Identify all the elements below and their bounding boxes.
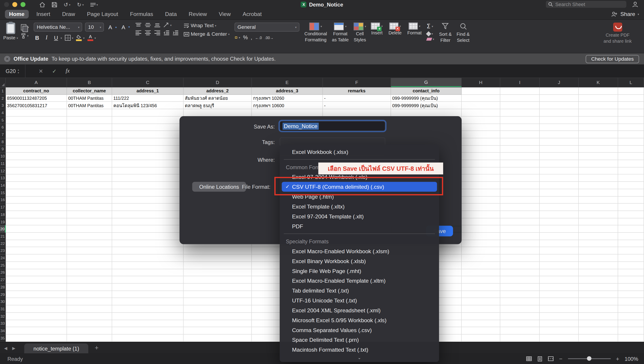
- cell-H18[interactable]: [462, 211, 500, 218]
- cell-B19[interactable]: [67, 218, 112, 225]
- cell-B30[interactable]: [67, 298, 112, 305]
- cell-H32[interactable]: [462, 312, 500, 320]
- cell-I2[interactable]: [500, 94, 540, 102]
- cell-I23[interactable]: [500, 247, 540, 254]
- cell-G2[interactable]: 099-9999999 (คุณเป้น): [391, 94, 462, 102]
- row-header-10[interactable]: 10: [0, 153, 6, 160]
- cell-D3[interactable]: ตลาดพลู ธนบุรี: [183, 102, 252, 109]
- cell-C3[interactable]: คอนโดลุมพินี 123/456: [112, 102, 184, 109]
- cell-I24[interactable]: [500, 254, 540, 262]
- cell-B2[interactable]: 00THAM Pantitas: [67, 94, 112, 102]
- cell-J9[interactable]: [540, 146, 579, 153]
- cell-H6[interactable]: [462, 124, 500, 131]
- row-header-19[interactable]: 19: [0, 218, 6, 225]
- cell-L9[interactable]: [618, 146, 644, 153]
- cell-B11[interactable]: [67, 160, 112, 167]
- cell-D33[interactable]: [183, 320, 252, 327]
- cell-L33[interactable]: [618, 320, 644, 327]
- cell-B6[interactable]: [67, 124, 112, 131]
- online-locations-button[interactable]: Online Locations: [192, 182, 246, 192]
- column-header-B[interactable]: B: [67, 78, 112, 87]
- cell-A27[interactable]: [6, 276, 67, 284]
- cell-C25[interactable]: [112, 262, 184, 269]
- cell-K27[interactable]: [579, 276, 618, 284]
- cell-L6[interactable]: [618, 124, 644, 131]
- cell-C13[interactable]: [112, 174, 184, 182]
- cell-B8[interactable]: [67, 138, 112, 146]
- cell-A2[interactable]: 8590001132487205: [6, 94, 67, 102]
- cell-L22[interactable]: [618, 240, 644, 247]
- zoom-in-icon[interactable]: +: [616, 356, 619, 362]
- cell-H1[interactable]: [462, 88, 500, 94]
- menu-item-excel-workbook-xlsx[interactable]: Excel Workbook (.xlsx): [280, 147, 439, 157]
- cell-I20[interactable]: [500, 225, 540, 232]
- cell-H10[interactable]: [462, 153, 500, 160]
- cell-C32[interactable]: [112, 312, 184, 320]
- cell-A6[interactable]: [6, 124, 67, 131]
- format-cells-button[interactable]: ▾ Format: [407, 22, 422, 36]
- cell-L34[interactable]: [618, 327, 644, 334]
- cell-F1[interactable]: remarks: [323, 88, 391, 94]
- cell-I32[interactable]: [500, 312, 540, 320]
- cell-J31[interactable]: [540, 305, 579, 312]
- cell-K18[interactable]: [579, 211, 618, 218]
- cell-B20[interactable]: [67, 225, 112, 232]
- cell-H2[interactable]: [462, 94, 500, 102]
- cell-L15[interactable]: [618, 189, 644, 196]
- cell-A7[interactable]: [6, 131, 67, 138]
- cell-H33[interactable]: [462, 320, 500, 327]
- cell-H4[interactable]: [462, 109, 500, 116]
- cell-K34[interactable]: [579, 327, 618, 334]
- cell-I8[interactable]: [500, 138, 540, 146]
- cell-L32[interactable]: [618, 312, 644, 320]
- sheet-tab-active[interactable]: notice_template (1): [25, 344, 88, 354]
- format-painter-button[interactable]: ▾: [21, 33, 29, 39]
- row-header-28[interactable]: 28: [0, 284, 6, 291]
- cell-A14[interactable]: [6, 182, 67, 189]
- row-header-21[interactable]: 21: [0, 233, 6, 240]
- cell-H23[interactable]: [462, 247, 500, 254]
- share-button[interactable]: Share ▾: [611, 11, 639, 17]
- row-header-25[interactable]: 25: [0, 262, 6, 269]
- cell-B17[interactable]: [67, 204, 112, 211]
- cell-I15[interactable]: [500, 189, 540, 196]
- cell-H34[interactable]: [462, 327, 500, 334]
- row-header-27[interactable]: 27: [0, 276, 6, 284]
- row-header-24[interactable]: 24: [0, 254, 6, 262]
- cell-L4[interactable]: [618, 109, 644, 116]
- cell-C19[interactable]: [112, 218, 184, 225]
- cell-L2[interactable]: [618, 94, 644, 102]
- cell-I10[interactable]: [500, 153, 540, 160]
- row-header-20[interactable]: 20: [0, 225, 6, 232]
- cell-styles-button[interactable]: ▾ Cell Styles: [354, 22, 366, 42]
- cell-B32[interactable]: [67, 312, 112, 320]
- column-header-K[interactable]: K: [579, 78, 618, 87]
- percent-style-button[interactable]: %: [243, 34, 248, 40]
- cell-C28[interactable]: [112, 284, 184, 291]
- cell-L13[interactable]: [618, 174, 644, 182]
- cell-B33[interactable]: [67, 320, 112, 327]
- cell-K21[interactable]: [579, 233, 618, 240]
- cell-C21[interactable]: [112, 233, 184, 240]
- tab-data[interactable]: Data: [161, 10, 181, 18]
- cell-J5[interactable]: [540, 116, 579, 124]
- cell-K6[interactable]: [579, 124, 618, 131]
- cell-J25[interactable]: [540, 262, 579, 269]
- cell-D4[interactable]: [183, 109, 252, 116]
- font-name-select[interactable]: Helvetica Ne...▾: [34, 22, 83, 32]
- row-header-11[interactable]: 11: [0, 160, 6, 167]
- cell-H8[interactable]: [462, 138, 500, 146]
- cell-J30[interactable]: [540, 298, 579, 305]
- cell-C31[interactable]: [112, 305, 184, 312]
- cell-G4[interactable]: [391, 109, 462, 116]
- cell-J21[interactable]: [540, 233, 579, 240]
- cell-C29[interactable]: [112, 291, 184, 298]
- increase-indent-icon[interactable]: [173, 30, 179, 35]
- cell-K32[interactable]: [579, 312, 618, 320]
- align-center-icon[interactable]: [145, 30, 151, 35]
- check-for-updates-button[interactable]: Check for Updates: [586, 55, 639, 63]
- cell-H7[interactable]: [462, 131, 500, 138]
- cell-H26[interactable]: [462, 269, 500, 276]
- cell-K1[interactable]: [579, 88, 618, 94]
- create-pdf-button[interactable]: Create PDF and share link: [603, 22, 632, 44]
